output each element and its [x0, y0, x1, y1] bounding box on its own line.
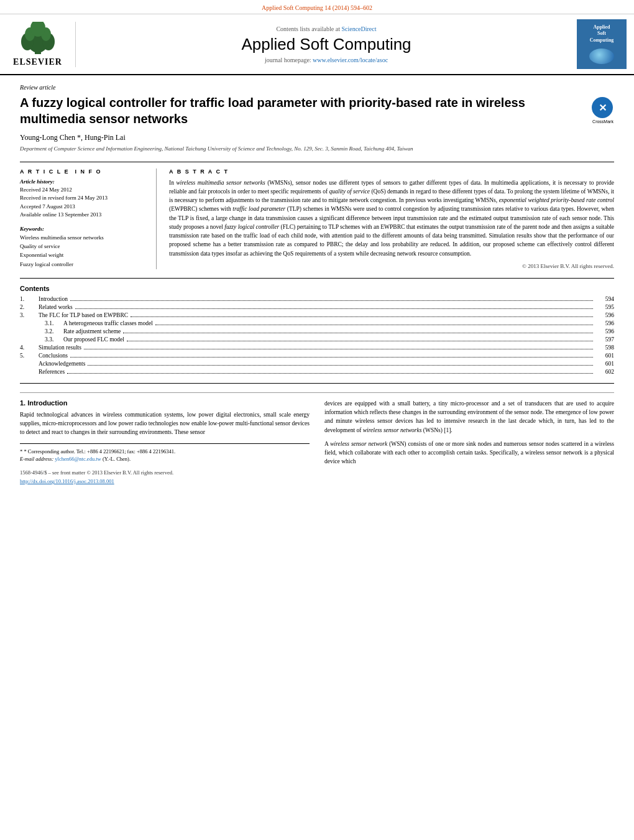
footnote-email-link[interactable]: ylchen66@ntc.edu.tw [55, 456, 101, 462]
contents-num-4: 4. [20, 344, 39, 351]
contents-label-2: Related works [39, 304, 595, 311]
contents-num-3-1: 3.1. [45, 320, 63, 326]
keyword-3: Exponential weight [20, 251, 147, 259]
sciencedirect-link[interactable]: ScienceDirect [341, 25, 376, 32]
intro-body-col1: Rapid technological advances in wireless… [20, 410, 310, 437]
section-divider-intro [20, 392, 614, 393]
journal-center-info: Contents lists available at ScienceDirec… [83, 25, 569, 63]
contents-page-4: 598 [595, 344, 614, 351]
info-abstract-section: A R T I C L E I N F O Article history: R… [20, 162, 614, 269]
contents-num-5: 5. [20, 353, 39, 359]
contents-num-3-3: 3.3. [45, 336, 63, 343]
footnote-area: * * Corresponding author. Tel.: +886 4 2… [20, 443, 310, 485]
contents-page-ack: 601 [595, 361, 614, 367]
abstract-heading: A B S T R A C T [169, 168, 614, 175]
globe-icon [589, 48, 614, 64]
homepage-url[interactable]: www.elsevier.com/locate/asoc [313, 57, 388, 63]
article-history-dates: Received 24 May 2012 Received in revised… [20, 186, 147, 219]
contents-page-2: 595 [595, 304, 614, 310]
contents-label-4: Simulation results [39, 344, 595, 351]
contents-row-3-1: 3.1. A heterogeneous traffic classes mod… [20, 320, 614, 327]
journal-homepage-line: journal homepage: www.elsevier.com/locat… [83, 57, 569, 63]
contents-num-3-2: 3.2. [45, 328, 63, 335]
abstract-text: In wireless multimedia sensor networks (… [169, 178, 614, 258]
footnote-email: E-mail address: ylchen66@ntc.edu.tw (Y.-… [20, 455, 310, 463]
intro-col-right: devices are equipped with a small batter… [324, 399, 614, 484]
journal-title: Applied Soft Computing [83, 35, 569, 54]
intro-section-title: 1. Introduction [20, 399, 310, 407]
contents-row-ack: Acknowledgements 601 [20, 361, 614, 367]
contents-row-3-3: 3.3. Our proposed FLC model 597 [20, 336, 614, 343]
contents-available-line: Contents lists available at ScienceDirec… [83, 25, 569, 32]
contents-page-3: 596 [595, 312, 614, 318]
title-row: A fuzzy logical controller for traffic l… [20, 95, 614, 127]
intro-col-left: 1. Introduction Rapid technological adva… [20, 399, 310, 484]
contents-table: 1. Introduction 594 2. Related works 595… [20, 296, 614, 376]
contents-row-5: 5. Conclusions 601 [20, 353, 614, 359]
journal-logo-right: AppliedSoftComputing [577, 19, 627, 69]
article-body: Review article A fuzzy logical controlle… [0, 75, 634, 493]
contents-page-3-2: 596 [595, 328, 614, 335]
authors-text: Young-Long Chen *, Hung-Pin Lai [20, 133, 126, 142]
contents-label-3-3: Our proposed FLC model [63, 336, 595, 343]
elsevier-logo: ELSEVIER [7, 22, 76, 67]
contents-page-1: 594 [595, 296, 614, 302]
contents-row-4: 4. Simulation results 598 [20, 344, 614, 351]
abstract-panel: A B S T R A C T In wireless multimedia s… [169, 168, 614, 269]
intro-body-col2: devices are equipped with a small batter… [324, 399, 614, 435]
contents-label-ref: References [39, 369, 595, 376]
contents-row-3-2: 3.2. Rate adjustment scheme 596 [20, 328, 614, 335]
contents-row-2: 2. Related works 595 [20, 304, 614, 311]
elsevier-tree-icon [16, 22, 60, 56]
article-info-panel: A R T I C L E I N F O Article history: R… [20, 168, 157, 269]
journal-ref: Applied Soft Computing 14 (2014) 594–602 [262, 4, 372, 11]
contents-label-3-2: Rate adjustment scheme [63, 328, 595, 335]
article-history-label: Article history: [20, 178, 147, 185]
contents-row-3: 3. The FLC for TLP based on EWPBRC 596 [20, 312, 614, 319]
contents-num-1: 1. [20, 296, 39, 302]
contents-label-1: Introduction [39, 296, 595, 303]
keyword-2: Quality of service [20, 242, 147, 251]
contents-page-5: 601 [595, 353, 614, 359]
keywords-list: Wireless multimedia sensor networks Qual… [20, 233, 147, 269]
keywords-label: Keywords: [20, 226, 147, 232]
crossmark-label: CrossMark [592, 119, 614, 124]
contents-row-1: 1. Introduction 594 [20, 296, 614, 303]
applied-soft-box: AppliedSoftComputing [577, 19, 627, 69]
review-label: Review article [20, 84, 614, 91]
intro-two-col: 1. Introduction Rapid technological adva… [20, 399, 614, 484]
contents-num-2: 2. [20, 304, 39, 310]
keyword-1: Wireless multimedia sensor networks [20, 233, 147, 242]
article-info-heading: A R T I C L E I N F O [20, 168, 147, 175]
contents-label-3-1: A heterogeneous traffic classes model [63, 320, 595, 327]
contents-page-3-1: 596 [595, 320, 614, 326]
contents-num-3: 3. [20, 312, 39, 318]
box-title-applied: AppliedSoftComputing [590, 24, 614, 44]
article-title: A fuzzy logical controller for traffic l… [20, 95, 592, 127]
crossmark-icon: ✕ [592, 97, 613, 118]
crossmark-badge: ✕ CrossMark [592, 97, 614, 124]
contents-label-ack: Acknowledgements [39, 361, 595, 367]
footnote-corresponding: * * Corresponding author. Tel.: +886 4 2… [20, 448, 310, 456]
top-bar: Applied Soft Computing 14 (2014) 594–602 [0, 0, 634, 14]
keyword-4: Fuzzy logical controller [20, 260, 147, 269]
contents-heading: Contents [20, 285, 614, 292]
contents-page-ref: 602 [595, 369, 614, 375]
intro-body-col2-p2: A wireless sensor network (WSN) consists… [324, 440, 614, 466]
copyright-text: © 2013 Elsevier B.V. All rights reserved… [169, 263, 614, 269]
elsevier-brand-label: ELSEVIER [13, 57, 62, 67]
contents-section: Contents 1. Introduction 594 2. Related … [20, 278, 614, 384]
authors-line: Young-Long Chen *, Hung-Pin Lai [20, 133, 614, 142]
contents-row-ref: References 602 [20, 369, 614, 376]
affiliation-text: Department of Computer Science and Infor… [20, 145, 614, 153]
contents-label-3: The FLC for TLP based on EWPBRC [39, 312, 595, 319]
journal-header: ELSEVIER Contents lists available at Sci… [0, 14, 634, 75]
contents-page-3-3: 597 [595, 336, 614, 343]
issn-line: 1568-4946/$ – see front matter © 2013 El… [20, 469, 310, 476]
contents-label-5: Conclusions [39, 353, 595, 359]
doi-link[interactable]: http://dx.doi.org/10.1016/j.asoc.2013.08… [20, 478, 114, 484]
